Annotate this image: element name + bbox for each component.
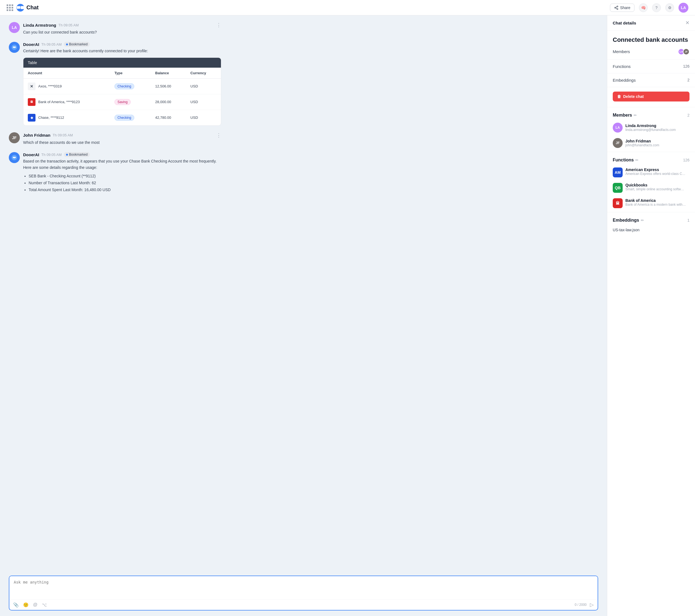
msg-content: John Fridman Th 09:05 AM ⋮ Which of thes…: [23, 132, 221, 145]
msg-sender: DooerAI: [23, 152, 39, 157]
avatar: [9, 42, 20, 53]
edit-members-icon[interactable]: ✏: [634, 113, 637, 118]
currency: USD: [186, 110, 221, 125]
input-area: 📎 🙂 @ ⌥ 0 / 2000 ▷: [0, 571, 607, 616]
svg-point-7: [13, 47, 14, 48]
send-button[interactable]: ▷: [590, 602, 594, 608]
badge-dot: [66, 43, 68, 46]
input-toolbar: 📎 🙂 @ ⌥ 0 / 2000 ▷: [10, 599, 598, 610]
account-cell: 🏛 Bank of America, ****9123: [28, 98, 106, 106]
col-currency: Currency: [186, 68, 221, 78]
member-info: Linda Armstrong linda.armstrong@funandfa…: [625, 123, 676, 132]
close-button[interactable]: ✕: [685, 20, 690, 26]
function-name: American Express: [625, 168, 686, 172]
account-cell: ◈ Chase, ****9112: [28, 114, 106, 122]
msg-menu[interactable]: ⋮: [216, 132, 221, 138]
msg-sender: Linda Armstrong: [23, 23, 56, 28]
bookmarked-badge: Bookmarked: [64, 42, 90, 47]
bullet-list: SEB Bank - Checking Account (**9112) Num…: [23, 173, 221, 194]
settings-icon[interactable]: ⚙: [665, 3, 674, 12]
functions-heading: Functions: [613, 158, 634, 162]
magic-icon[interactable]: 🧠: [639, 3, 648, 12]
msg-text: Certainly! Here are the bank accounts cu…: [23, 48, 221, 54]
chat-bubble-icon: [17, 4, 24, 12]
command-icon[interactable]: ⌥: [42, 602, 47, 608]
panel-row-members[interactable]: Members LA JF: [607, 44, 695, 60]
panel-section-title: Connected bank accounts: [607, 31, 695, 44]
msg-text: Can you list our connected bank accounts…: [23, 29, 221, 35]
msg-time: Th 09:05 AM: [58, 23, 79, 27]
attachment-icon[interactable]: 📎: [13, 602, 19, 608]
msg-sender: DooerAI: [23, 42, 39, 47]
delete-chat-button[interactable]: 🗑 Delete chat: [613, 92, 690, 102]
badge-dot: [66, 154, 68, 156]
avatar: JF: [683, 48, 690, 55]
msg-content: DooerAI Th 09:05 AM Bookmarked Certainly…: [23, 42, 221, 125]
table-row: ✕ Axos, ****0319 Checking 12,506.00 USD: [23, 78, 221, 94]
user-avatar[interactable]: LA: [678, 3, 689, 13]
svg-point-2: [615, 7, 616, 8]
members-heading: Members: [613, 113, 632, 118]
table-row: 🏛 Bank of America, ****9123 Saving 28,00…: [23, 94, 221, 110]
chat-area: LA Linda Armstrong Th 09:05 AM ⋮ Can you…: [0, 15, 607, 616]
topbar: Chat Share 🧠 ? ⚙ LA: [0, 0, 695, 15]
function-desc: American Express offers world-class Char…: [625, 172, 686, 176]
balance: 12,506.00: [151, 78, 186, 94]
share-button[interactable]: Share: [610, 4, 634, 12]
chat-messages: LA Linda Armstrong Th 09:05 AM ⋮ Can you…: [0, 15, 607, 571]
help-icon[interactable]: ?: [652, 3, 661, 12]
msg-time: Th 09:05 AM: [41, 42, 62, 47]
svg-line-5: [615, 6, 617, 7]
function-icon: QB: [613, 183, 623, 193]
function-name: Quickbooks: [625, 183, 686, 187]
member-item: JF John Fridman john@funandfacts.com: [607, 135, 695, 151]
delete-label: Delete chat: [623, 94, 644, 99]
message-group: LA Linda Armstrong Th 09:05 AM ⋮ Can you…: [9, 22, 598, 35]
panel-row-functions[interactable]: Functions 126: [607, 60, 695, 73]
type-badge: Checking: [115, 115, 134, 121]
function-desc: Smart, simple online accounting software…: [625, 187, 686, 191]
svg-point-1: [617, 6, 618, 7]
topbar-left: Chat: [6, 4, 38, 12]
msg-header: Linda Armstrong Th 09:05 AM ⋮: [23, 22, 221, 28]
function-item: QB Quickbooks Smart, simple online accou…: [607, 180, 695, 195]
app-title: Chat: [27, 4, 38, 11]
bank-name: Bank of America, ****9123: [38, 100, 80, 104]
msg-header: DooerAI Th 09:05 AM Bookmarked: [23, 152, 221, 157]
emoji-icon[interactable]: 🙂: [23, 602, 29, 608]
member-name: Linda Armstrong: [625, 123, 676, 128]
member-name: John Fridman: [625, 139, 659, 143]
grid-icon[interactable]: [6, 4, 13, 11]
char-count: 0 / 2000: [575, 603, 587, 606]
function-item: AM American Express American Express off…: [607, 165, 695, 180]
msg-menu[interactable]: ⋮: [216, 22, 221, 28]
svg-point-10: [13, 157, 14, 158]
edit-functions-icon[interactable]: ✏: [635, 158, 639, 162]
msg-text: Based on the transaction activity, it ap…: [23, 158, 221, 171]
table-row: ◈ Chase, ****9112 Checking 42,780.00 USD: [23, 110, 221, 125]
svg-rect-0: [17, 6, 20, 8]
panel-header: Chat details ✕: [607, 15, 695, 31]
chat-input[interactable]: [10, 576, 598, 598]
bank-accounts-table: Table Account Type Balance Currency: [23, 57, 221, 126]
input-icons: 📎 🙂 @ ⌥: [13, 602, 47, 608]
avatar: LA: [9, 22, 20, 33]
bank-icon: ◈: [28, 114, 35, 122]
panel-row-label: Members: [613, 49, 630, 54]
msg-content: Linda Armstrong Th 09:05 AM ⋮ Can you li…: [23, 22, 221, 35]
currency: USD: [186, 78, 221, 94]
avatar: JF: [613, 138, 623, 148]
msg-sender: John Fridman: [23, 133, 50, 138]
functions-section-heading: Functions ✏ 126: [607, 153, 695, 165]
col-account: Account: [23, 68, 110, 78]
bank-name: Chase, ****9112: [38, 116, 64, 120]
mention-icon[interactable]: @: [33, 602, 37, 607]
main-layout: LA Linda Armstrong Th 09:05 AM ⋮ Can you…: [0, 15, 695, 616]
panel-row-embeddings[interactable]: Embeddings 2: [607, 73, 695, 87]
embeddings-heading: Embeddings: [613, 218, 639, 223]
account-cell: ✕ Axos, ****0319: [28, 83, 106, 90]
members-section-heading: Members ✏ 2: [607, 108, 695, 120]
col-type: Type: [110, 68, 151, 78]
input-box: 📎 🙂 @ ⌥ 0 / 2000 ▷: [9, 576, 598, 611]
edit-embeddings-icon[interactable]: ✏: [641, 218, 644, 223]
